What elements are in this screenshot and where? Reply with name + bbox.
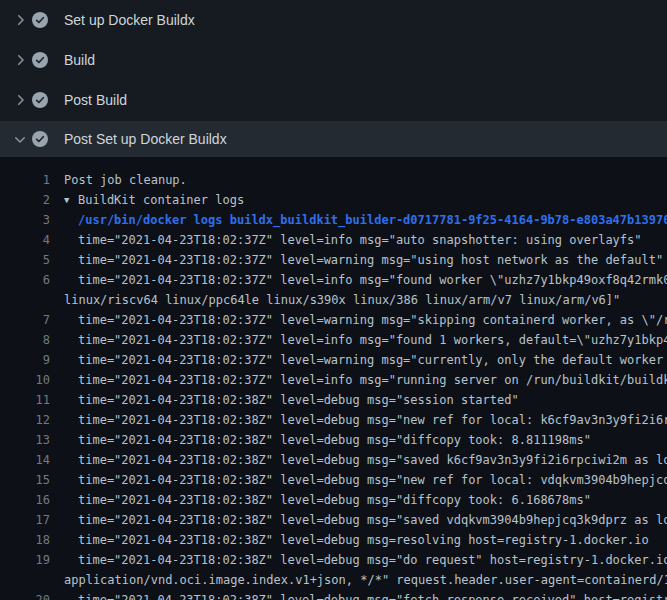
- check-circle-icon: [32, 92, 48, 108]
- line-number[interactable]: 8: [0, 330, 50, 350]
- log-row: 19time="2021-04-23T18:02:38Z" level=debu…: [0, 550, 667, 570]
- log-text: time="2021-04-23T18:02:37Z" level=warnin…: [50, 350, 667, 370]
- log-row: 3/usr/bin/docker logs buildx_buildkit_bu…: [0, 210, 667, 230]
- log-text: time="2021-04-23T18:02:37Z" level=info m…: [50, 370, 667, 390]
- log-row: 12time="2021-04-23T18:02:38Z" level=debu…: [0, 410, 667, 430]
- line-number[interactable]: 10: [0, 370, 50, 390]
- log-row: 9time="2021-04-23T18:02:37Z" level=warni…: [0, 350, 667, 370]
- group-expanded-triangle-icon[interactable]: ▼: [64, 190, 78, 210]
- log-row: 16time="2021-04-23T18:02:38Z" level=debu…: [0, 490, 667, 510]
- line-number[interactable]: 14: [0, 450, 50, 470]
- log-row: 20time="2021-04-23T18:02:38Z" level=debu…: [0, 590, 667, 600]
- log-text: time="2021-04-23T18:02:38Z" level=debug …: [50, 470, 667, 490]
- log-text: time="2021-04-23T18:02:38Z" level=debug …: [50, 390, 519, 410]
- log-text: time="2021-04-23T18:02:38Z" level=debug …: [50, 590, 667, 600]
- line-number[interactable]: 6: [0, 270, 50, 290]
- log-text: time="2021-04-23T18:02:38Z" level=debug …: [50, 410, 667, 430]
- line-number[interactable]: 13: [0, 430, 50, 450]
- line-number[interactable]: 4: [0, 230, 50, 250]
- log-row: 11time="2021-04-23T18:02:38Z" level=debu…: [0, 390, 667, 410]
- check-circle-icon: [32, 52, 48, 68]
- line-number[interactable]: 5: [0, 250, 50, 270]
- step-row-build[interactable]: Build: [0, 40, 667, 80]
- step-label: Post Set up Docker Buildx: [64, 131, 227, 147]
- line-number[interactable]: 1: [0, 170, 50, 190]
- chevron-right-icon[interactable]: [12, 12, 28, 28]
- chevron-down-icon[interactable]: [12, 131, 28, 147]
- log-row: 18time="2021-04-23T18:02:38Z" level=debu…: [0, 530, 667, 550]
- line-number[interactable]: 20: [0, 590, 50, 600]
- log-viewer: 1Post job cleanup.2▼BuildKit container l…: [0, 157, 667, 600]
- log-text: Post job cleanup.: [50, 170, 187, 190]
- log-row: 5time="2021-04-23T18:02:37Z" level=warni…: [0, 250, 667, 270]
- line-number[interactable]: 9: [0, 350, 50, 370]
- log-row: 14time="2021-04-23T18:02:38Z" level=debu…: [0, 450, 667, 470]
- line-number: [0, 570, 50, 590]
- log-row: linux/riscv64 linux/ppc64le linux/s390x …: [0, 290, 667, 310]
- line-number[interactable]: 7: [0, 310, 50, 330]
- log-text: time="2021-04-23T18:02:38Z" level=debug …: [50, 530, 649, 550]
- line-number[interactable]: 17: [0, 510, 50, 530]
- log-row: 6time="2021-04-23T18:02:37Z" level=info …: [0, 270, 667, 290]
- log-row: application/vnd.oci.image.index.v1+json,…: [0, 570, 667, 590]
- steps-list: Set up Docker BuildxBuildPost BuildPost …: [0, 0, 667, 157]
- log-row: 8time="2021-04-23T18:02:37Z" level=info …: [0, 330, 667, 350]
- group-title[interactable]: BuildKit container logs: [78, 193, 244, 207]
- log-text: time="2021-04-23T18:02:37Z" level=warnin…: [50, 310, 667, 330]
- check-circle-icon: [32, 12, 48, 28]
- line-number[interactable]: 11: [0, 390, 50, 410]
- step-row-post-set-up-docker-buildx[interactable]: Post Set up Docker Buildx: [0, 121, 667, 157]
- step-label: Post Build: [64, 92, 127, 108]
- step-row-set-up-docker-buildx[interactable]: Set up Docker Buildx: [0, 0, 667, 40]
- line-number[interactable]: 19: [0, 550, 50, 570]
- line-number[interactable]: 3: [0, 210, 50, 230]
- log-row: 15time="2021-04-23T18:02:38Z" level=debu…: [0, 470, 667, 490]
- line-number[interactable]: 16: [0, 490, 50, 510]
- chevron-right-icon[interactable]: [12, 92, 28, 108]
- chevron-right-icon[interactable]: [12, 52, 28, 68]
- log-text: application/vnd.oci.image.index.v1+json,…: [50, 570, 667, 590]
- log-text: time="2021-04-23T18:02:38Z" level=debug …: [50, 550, 667, 570]
- log-text: time="2021-04-23T18:02:38Z" level=debug …: [50, 510, 667, 530]
- check-circle-icon: [32, 131, 48, 147]
- log-row: 10time="2021-04-23T18:02:37Z" level=info…: [0, 370, 667, 390]
- step-label: Build: [64, 52, 95, 68]
- line-number[interactable]: 15: [0, 470, 50, 490]
- log-row: 7time="2021-04-23T18:02:37Z" level=warni…: [0, 310, 667, 330]
- log-text: time="2021-04-23T18:02:37Z" level=info m…: [50, 230, 642, 250]
- line-number[interactable]: 12: [0, 410, 50, 430]
- line-number[interactable]: 18: [0, 530, 50, 550]
- log-text: time="2021-04-23T18:02:38Z" level=debug …: [50, 450, 667, 470]
- log-row: 2▼BuildKit container logs: [0, 190, 667, 210]
- line-number: [0, 290, 50, 310]
- log-text: time="2021-04-23T18:02:37Z" level=info m…: [50, 330, 667, 350]
- log-command-text: /usr/bin/docker logs buildx_buildkit_bui…: [50, 210, 667, 230]
- step-label: Set up Docker Buildx: [64, 12, 195, 28]
- log-text: linux/riscv64 linux/ppc64le linux/s390x …: [50, 290, 620, 310]
- log-row: 13time="2021-04-23T18:02:38Z" level=debu…: [0, 430, 667, 450]
- log-text: time="2021-04-23T18:02:38Z" level=debug …: [50, 490, 591, 510]
- log-text: time="2021-04-23T18:02:38Z" level=debug …: [50, 430, 591, 450]
- log-row: 17time="2021-04-23T18:02:38Z" level=debu…: [0, 510, 667, 530]
- log-text: time="2021-04-23T18:02:37Z" level=warnin…: [50, 250, 663, 270]
- line-number[interactable]: 2: [0, 190, 50, 210]
- log-row: 4time="2021-04-23T18:02:37Z" level=info …: [0, 230, 667, 250]
- log-text: ▼BuildKit container logs: [50, 190, 244, 210]
- log-row: 1Post job cleanup.: [0, 170, 667, 190]
- log-text: time="2021-04-23T18:02:37Z" level=info m…: [50, 270, 667, 290]
- step-row-post-build[interactable]: Post Build: [0, 80, 667, 120]
